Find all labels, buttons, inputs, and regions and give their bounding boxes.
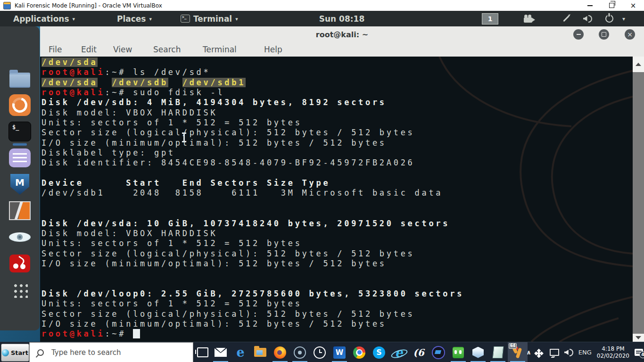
- search-input[interactable]: [50, 348, 193, 357]
- restore-button[interactable]: [601, 0, 622, 11]
- taskbar-item-clock[interactable]: [310, 342, 330, 362]
- task-view-button[interactable]: [195, 342, 211, 362]
- menu-help[interactable]: Help: [264, 42, 282, 57]
- arrow-down-icon: [636, 336, 641, 339]
- taskbar-item-word[interactable]: W: [330, 342, 349, 362]
- taskbar-item-virtualbox-vm[interactable]: 64: [508, 342, 528, 362]
- menu-file[interactable]: File: [49, 42, 62, 57]
- edge-icon: e: [236, 345, 244, 360]
- applications-menu-label: Applications: [13, 14, 69, 24]
- terminal-appmenu-label: Terminal: [193, 14, 232, 24]
- terminal-appmenu[interactable]: Terminal ▾: [181, 11, 238, 26]
- taskbar-item-internet-explorer[interactable]: e: [389, 342, 409, 362]
- terminal-line: [41, 208, 464, 218]
- power-menu[interactable]: [603, 11, 615, 26]
- terminal-titlebar[interactable]: root@kali: ~ ×: [40, 26, 644, 43]
- close-button[interactable]: ×: [622, 0, 644, 11]
- kali-top-panel: Applications ▾ Places ▾ Terminal ▾ Sun 0…: [0, 11, 644, 26]
- menu-view[interactable]: View: [113, 42, 132, 57]
- recorder-icon: [294, 346, 306, 359]
- terminal-scrollbar[interactable]: [633, 57, 644, 342]
- scroll-down-button[interactable]: [633, 334, 644, 342]
- taskbar-item-skype[interactable]: S: [369, 342, 389, 362]
- dock-item-files[interactable]: [0, 66, 40, 92]
- taskbar-app-icons: eWSe(664: [211, 342, 528, 362]
- firefox-icon: [274, 346, 286, 359]
- cherrytree-icon: [9, 255, 30, 272]
- terminal-line: Units: sectors of 1 * 512 = 512 bytes: [41, 299, 464, 309]
- taskbar-item-roboform[interactable]: [448, 342, 468, 362]
- taskbar-item-chrome[interactable]: [349, 342, 369, 362]
- media-swirl-icon: (6: [413, 347, 424, 358]
- terminal-line: [41, 279, 464, 289]
- taskbar-item-media-swirl[interactable]: (6: [409, 342, 429, 362]
- metasploit-icon: [10, 174, 29, 195]
- tablet-tool-indicator[interactable]: [560, 11, 572, 26]
- panel-clock[interactable]: Sun 08:18: [302, 11, 382, 26]
- terminal-maximize-button[interactable]: [599, 29, 609, 40]
- terminal-line: I/O size (minimum/optimal): 512 bytes / …: [41, 259, 464, 269]
- terminal-close-button[interactable]: ×: [625, 29, 635, 40]
- terminal-output-area[interactable]: /dev/sdaroot@kali:~# ls /dev/sd*/dev/sda…: [40, 57, 644, 342]
- terminal-minimize-button[interactable]: [573, 29, 584, 40]
- tray-date: 02/02/2020: [597, 353, 629, 360]
- places-menu[interactable]: Places ▾: [117, 11, 152, 26]
- taskbar-item-file-explorer[interactable]: [250, 342, 270, 362]
- volume-tray-button[interactable]: [564, 349, 573, 356]
- taskbar-item-mail[interactable]: [211, 342, 231, 362]
- menu-search[interactable]: Search: [153, 42, 181, 57]
- system-tray: ∧ ENG 4:18 PM 02/02/2020 4: [526, 342, 643, 362]
- taskbar-item-notepad[interactable]: [488, 342, 508, 362]
- notification-center-button[interactable]: 4: [635, 349, 643, 356]
- system-menu[interactable]: ▾: [619, 11, 629, 26]
- dock-item-terminal[interactable]: [0, 118, 40, 145]
- terminal-lines: /dev/sdaroot@kali:~# ls /dev/sd*/dev/sda…: [41, 58, 464, 339]
- tray-clock[interactable]: 4:18 PM 02/02/2020: [597, 346, 629, 360]
- taskbar-item-virtualbox[interactable]: [468, 342, 488, 362]
- taskbar-item-badge: 64: [509, 343, 517, 349]
- workspace-indicator[interactable]: 1: [482, 13, 498, 25]
- taskbar-search[interactable]: [29, 342, 193, 362]
- taskbar-item-ring-app[interactable]: [429, 342, 448, 362]
- window-controls: ×: [579, 0, 644, 11]
- dock-item-burpsuite[interactable]: [0, 197, 40, 224]
- terminal-line: /dev/sdb1 2048 8158 6111 3M Microsoft ba…: [41, 188, 464, 198]
- screen: Kali Forensic Mode [Running] - Oracle VM…: [0, 0, 644, 362]
- taskbar-item-edge[interactable]: e: [231, 342, 250, 362]
- menu-terminal[interactable]: Terminal: [203, 42, 237, 57]
- language-indicator[interactable]: ENG: [578, 349, 592, 356]
- tray-expand-button[interactable]: ∧: [526, 349, 531, 356]
- screen-recorder-indicator[interactable]: [520, 11, 536, 26]
- terminal-block-cursor: [133, 329, 140, 338]
- terminal-line: Sector size (logical/physical): 512 byte…: [41, 249, 464, 259]
- terminal-line: I/O size (minimum/optimal): 512 bytes / …: [41, 319, 464, 329]
- menu-edit[interactable]: Edit: [81, 42, 97, 57]
- scrollbar-thumb[interactable]: [633, 72, 644, 334]
- dock-item-firefox[interactable]: [0, 92, 40, 118]
- chevron-down-icon: ▾: [149, 16, 152, 22]
- minimize-button[interactable]: [579, 0, 601, 11]
- start-orb-icon: [2, 349, 9, 356]
- taskbar-item-firefox[interactable]: [270, 342, 290, 362]
- dock-item-eye-tool[interactable]: [0, 224, 40, 250]
- terminal-line: Disk /dev/loop0: 2.55 GiB, 2725785600 by…: [41, 289, 464, 299]
- dock-item-cherrytree[interactable]: [0, 250, 40, 277]
- start-button[interactable]: Start: [1, 344, 29, 362]
- network-icon[interactable]: [550, 349, 559, 356]
- virtualbox-window-title: Kali Forensic Mode [Running] - Oracle VM…: [15, 2, 162, 9]
- terminal-line: Sector size (logical/physical): 512 byte…: [41, 309, 464, 319]
- dropbox-icon[interactable]: [537, 349, 545, 356]
- dock-item-show-applications[interactable]: [0, 277, 40, 303]
- applications-menu[interactable]: Applications ▾: [13, 11, 75, 26]
- volume-control[interactable]: [581, 11, 594, 26]
- dock-item-text-editor[interactable]: [0, 145, 40, 171]
- terminal-line: I/O size (minimum/optimal): 512 bytes / …: [41, 138, 464, 148]
- volume-icon: [564, 350, 569, 355]
- virtualbox-app-icon: [3, 2, 11, 9]
- terminal-line: Disk /dev/sdb: 4 MiB, 4194304 bytes, 819…: [41, 98, 464, 107]
- dock-item-metasploit[interactable]: [0, 171, 40, 197]
- terminal-line: root@kali:~#: [41, 329, 464, 339]
- scroll-up-button[interactable]: [633, 57, 644, 72]
- taskbar-item-recorder[interactable]: [290, 342, 310, 362]
- task-view-icon: [197, 347, 208, 357]
